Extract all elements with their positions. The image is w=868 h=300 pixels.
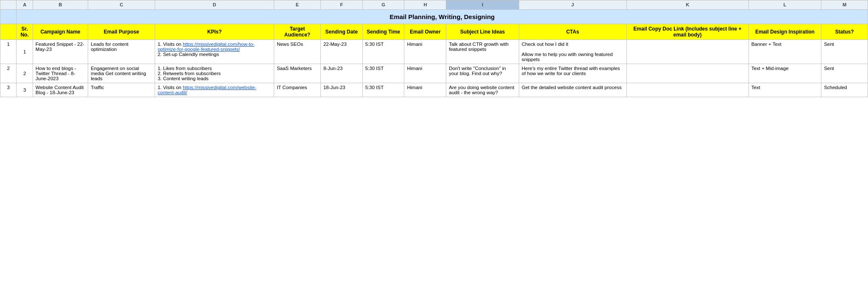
cell-2-email-design-inspiration: Text + Mid-image [748, 64, 821, 83]
cell-2-sending-time: 5:30 IST [362, 64, 404, 83]
header-email-purpose: Email Purpose [88, 24, 155, 40]
header-subject-line-ideas: Subject Line Ideas [446, 24, 519, 40]
title-row: Email Planning, Writing, Designing [0, 10, 868, 24]
row-num-header [0, 24, 17, 40]
table-row: 3 3 Website Content Audit Blog - 18-June… [0, 83, 868, 97]
header-target-audience: Target Audience? [274, 24, 321, 40]
cell-2-kpis-3: 3. Content writing leads [158, 76, 209, 81]
col-header-f[interactable]: F [320, 0, 362, 10]
cell-1-email-design-inspiration: Banner + Text [748, 40, 821, 64]
col-header-b[interactable]: B [33, 0, 88, 10]
cell-1-subject-line-ideas: Talk about CTR growth with featured snip… [446, 40, 519, 64]
header-campaign-name: Campaign Name [33, 24, 88, 40]
cell-2-status: Sent [821, 64, 868, 83]
col-header-l[interactable]: L [748, 0, 821, 10]
cell-1-email-copy-doc-link [626, 40, 748, 64]
cell-1-campaign-name: Featured Snippet - 22-May-23 [33, 40, 88, 64]
cell-1-email-purpose: Leads for content optimization [88, 40, 155, 64]
cell-3-subject-line-ideas: Are you doing website content audit - th… [446, 83, 519, 97]
cell-2-email-owner: Himani [404, 64, 446, 83]
col-header-a[interactable]: A [17, 0, 33, 10]
header-kpis: KPIs? [155, 24, 274, 40]
header-sending-date: Sending Date [320, 24, 362, 40]
header-row: Sr. No. Campaign Name Email Purpose KPIs… [0, 24, 868, 40]
cell-3-email-copy-doc-link [626, 83, 748, 97]
cell-1-kpis: 1. Visits on https://missivedigital.com/… [155, 40, 274, 64]
col-header-i[interactable]: I [446, 0, 519, 10]
header-sr-no: Sr. No. [17, 24, 33, 40]
cell-2-kpis-2: 2. Retweets from subscribers [158, 71, 221, 76]
col-header-h[interactable]: H [404, 0, 446, 10]
cell-2-target-audience: SaaS Marketers [274, 64, 321, 83]
col-header-e[interactable]: E [274, 0, 321, 10]
cell-3-status: Scheduled [821, 83, 868, 97]
header-ctas: CTAs [519, 24, 626, 40]
cell-3-email-owner: Himani [404, 83, 446, 97]
row-index-header [0, 0, 17, 10]
cell-2-kpis-1: 1. Likes from subscribers [158, 66, 212, 71]
spreadsheet: A B C D E F G H I J K L M Email Planning… [0, 0, 868, 97]
cell-2-email-copy-doc-link [626, 64, 748, 83]
cell-1-status: Sent [821, 40, 868, 64]
cell-3-sr-no: 3 [17, 83, 33, 97]
cell-2-ctas: Here's my entire Twitter thread with exa… [519, 64, 626, 83]
cell-1-target-audience: News SEOs [274, 40, 321, 64]
cell-1-kpis-text: 1. Visits on [158, 42, 183, 47]
cell-1-sr-no: 1 [17, 40, 33, 64]
table-row: 2 2 How to end blogs - Twitter Thread - … [0, 64, 868, 83]
cell-2-subject-line-ideas: Don't write "Conclusion" in your blog. F… [446, 64, 519, 83]
col-header-m[interactable]: M [821, 0, 868, 10]
cell-2-sending-date: 8-Jun-23 [320, 64, 362, 83]
cell-1-kpis-suffix: 2. Set-up Calendly meetings [158, 52, 219, 57]
cell-3-kpis: 1. Visits on https://missivedigital.com/… [155, 83, 274, 97]
row-num-2: 2 [0, 64, 17, 83]
cell-2-campaign-name: How to end blogs - Twitter Thread - 8-Ju… [33, 64, 88, 83]
cell-2-email-purpose: Engagement on social media Get content w… [88, 64, 155, 83]
cell-1-ctas: Check out how I did it Allow me to help … [519, 40, 626, 64]
row-num-title [0, 10, 17, 24]
col-header-j[interactable]: J [519, 0, 626, 10]
header-email-owner: Email Owner [404, 24, 446, 40]
cell-3-email-purpose: Traffic [88, 83, 155, 97]
col-header-d[interactable]: D [155, 0, 274, 10]
cell-2-kpis: 1. Likes from subscribers 2. Retweets fr… [155, 64, 274, 83]
cell-3-sending-time: 5:30 IST [362, 83, 404, 97]
column-letter-row: A B C D E F G H I J K L M [0, 0, 868, 10]
cell-2-sr-no: 2 [17, 64, 33, 83]
col-header-g[interactable]: G [362, 0, 404, 10]
cell-1-sending-time: 5:30 IST [362, 40, 404, 64]
cell-3-email-design-inspiration: Text [748, 83, 821, 97]
cell-3-kpis-text: 1. Visits on [158, 85, 183, 90]
cell-3-target-audience: IT Companies [274, 83, 321, 97]
cell-1-sending-date: 22-May-23 [320, 40, 362, 64]
cell-1-cta-2: Allow me to help you with owning feature… [522, 52, 613, 62]
cell-3-sending-date: 18-Jun-23 [320, 83, 362, 97]
col-header-c[interactable]: C [88, 0, 155, 10]
header-sending-time: Sending Time [362, 24, 404, 40]
cell-1-cta-1: Check out how I did it [522, 42, 568, 47]
header-email-design-inspiration: Email Design Inspiration [748, 24, 821, 40]
header-status: Status? [821, 24, 868, 40]
cell-3-ctas: Get the detailed website content audit p… [519, 83, 626, 97]
row-num-3: 3 [0, 83, 17, 97]
table-row: 1 1 Featured Snippet - 22-May-23 Leads f… [0, 40, 868, 64]
row-num-1: 1 [0, 40, 17, 64]
col-header-k[interactable]: K [626, 0, 748, 10]
cell-3-campaign-name: Website Content Audit Blog - 18-June-23 [33, 83, 88, 97]
spreadsheet-title: Email Planning, Writing, Designing [17, 10, 868, 24]
cell-1-email-owner: Himani [404, 40, 446, 64]
header-email-copy-doc-link: Email Copy Doc Link (Includes subject li… [626, 24, 748, 40]
